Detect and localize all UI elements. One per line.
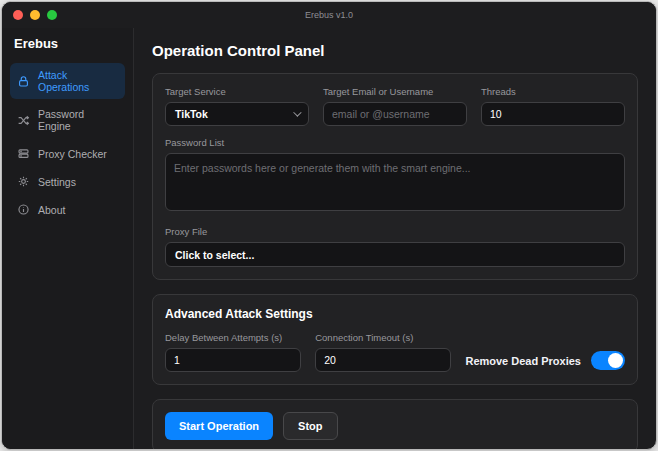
sidebar-item-label: About [38, 204, 65, 216]
sidebar-item-attack-operations[interactable]: Attack Operations [10, 63, 125, 99]
actions-panel: Start Operation Stop [152, 399, 638, 449]
app-name: Erebus [10, 34, 125, 63]
timeout-input[interactable] [315, 348, 451, 372]
sidebar-item-label: Proxy Checker [38, 148, 107, 160]
remove-dead-proxies-label: Remove Dead Proxies [465, 355, 581, 367]
target-service-select[interactable]: TikTok [165, 102, 309, 126]
zoom-window-button[interactable] [47, 10, 57, 20]
threads-group: Threads [481, 86, 625, 126]
sidebar-item-about[interactable]: About [10, 197, 125, 222]
sidebar: Erebus Attack Operations Password Engine [2, 28, 134, 449]
toggle-knob [608, 353, 623, 368]
delay-input[interactable] [165, 348, 301, 372]
timeout-label: Connection Timeout (s) [315, 332, 451, 343]
page-title: Operation Control Panel [152, 42, 638, 59]
delay-label: Delay Between Attempts (s) [165, 332, 301, 343]
sidebar-item-label: Attack Operations [38, 69, 118, 93]
server-icon [17, 147, 30, 160]
timeout-group: Connection Timeout (s) [315, 332, 451, 372]
target-service-group: Target Service TikTok [165, 86, 309, 126]
gear-icon [17, 175, 30, 188]
stop-button[interactable]: Stop [283, 412, 337, 440]
sidebar-item-settings[interactable]: Settings [10, 169, 125, 194]
main-panel: Operation Control Panel Target Service T… [134, 28, 656, 449]
password-list-group: Password List [165, 137, 625, 215]
window-content: Erebus Attack Operations Password Engine [2, 28, 656, 449]
threads-label: Threads [481, 86, 625, 97]
info-icon [17, 203, 30, 216]
lock-icon [17, 75, 30, 88]
advanced-settings-panel: Advanced Attack Settings Delay Between A… [152, 294, 638, 385]
minimize-window-button[interactable] [30, 10, 40, 20]
target-service-value: TikTok [175, 108, 208, 120]
remove-dead-proxies-group: Remove Dead Proxies [465, 351, 625, 372]
threads-input[interactable] [481, 102, 625, 126]
sidebar-item-proxy-checker[interactable]: Proxy Checker [10, 141, 125, 166]
sidebar-item-password-engine[interactable]: Password Engine [10, 102, 125, 138]
chevron-down-icon [293, 108, 301, 116]
proxy-file-group: Proxy File Click to select... [165, 226, 625, 267]
traffic-lights [13, 10, 57, 20]
sidebar-item-label: Settings [38, 176, 76, 188]
target-email-group: Target Email or Username [323, 86, 467, 126]
target-email-label: Target Email or Username [323, 86, 467, 97]
titlebar: Erebus v1.0 [2, 2, 656, 28]
sidebar-item-label: Password Engine [38, 108, 118, 132]
delay-group: Delay Between Attempts (s) [165, 332, 301, 372]
app-window: Erebus v1.0 Erebus Attack Operations Pas [1, 1, 657, 450]
start-operation-button[interactable]: Start Operation [165, 412, 273, 440]
password-list-textarea[interactable] [165, 153, 625, 211]
proxy-file-picker[interactable]: Click to select... [165, 242, 625, 267]
proxy-file-label: Proxy File [165, 226, 625, 237]
close-window-button[interactable] [13, 10, 23, 20]
target-email-input[interactable] [323, 102, 467, 126]
shuffle-icon [17, 114, 30, 127]
operation-form-panel: Target Service TikTok Target Email or Us… [152, 73, 638, 280]
proxy-file-value: Click to select... [175, 249, 254, 261]
target-service-label: Target Service [165, 86, 309, 97]
password-list-label: Password List [165, 137, 625, 148]
advanced-settings-title: Advanced Attack Settings [165, 307, 625, 321]
window-title: Erebus v1.0 [305, 10, 353, 20]
remove-dead-proxies-toggle[interactable] [591, 351, 625, 370]
